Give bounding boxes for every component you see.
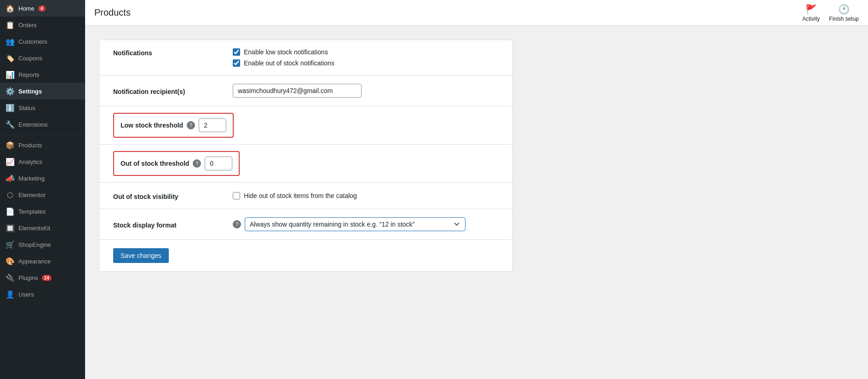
sidebar-item-users[interactable]: 👤 Users bbox=[0, 286, 85, 303]
extensions-icon: 🔧 bbox=[6, 120, 15, 129]
save-changes-button[interactable]: Save changes bbox=[113, 248, 169, 263]
marketing-icon: 📣 bbox=[6, 174, 15, 183]
low-stock-notification-row[interactable]: Enable low stock notifications bbox=[233, 48, 499, 56]
sidebar-item-extensions[interactable]: 🔧 Extensions bbox=[0, 116, 85, 133]
low-stock-notification-label: Enable low stock notifications bbox=[244, 48, 328, 56]
hide-out-of-stock-checkbox[interactable] bbox=[233, 192, 240, 199]
elementor-icon: ⬡ bbox=[6, 190, 15, 199]
sidebar-settings-label: Settings bbox=[18, 88, 42, 95]
sidebar-plugins-label: Plugins bbox=[18, 274, 38, 281]
notifications-label: Notifications bbox=[113, 48, 233, 57]
low-stock-help-icon[interactable]: ? bbox=[187, 121, 195, 129]
sidebar-item-home[interactable]: 🏠 Home 4 bbox=[0, 0, 85, 17]
home-badge: 4 bbox=[38, 6, 46, 12]
page-title: Products bbox=[94, 7, 131, 18]
notification-recipients-control bbox=[233, 84, 362, 98]
sidebar-item-products[interactable]: 📦 Products bbox=[0, 137, 85, 153]
sidebar-item-orders[interactable]: 📋 Orders bbox=[0, 17, 85, 33]
out-of-stock-threshold-input[interactable] bbox=[205, 157, 232, 170]
topbar-actions: 🚩 Activity 🕐 Finish setup bbox=[802, 4, 859, 22]
sidebar-users-label: Users bbox=[18, 291, 34, 298]
stock-display-format-row: Stock display format ? Always show quant… bbox=[99, 209, 513, 240]
stock-display-format-select[interactable]: Always show quantity remaining in stock … bbox=[245, 217, 466, 231]
activity-icon: 🚩 bbox=[805, 4, 817, 15]
sidebar-item-reports[interactable]: 📊 Reports bbox=[0, 66, 85, 83]
users-icon: 👤 bbox=[6, 290, 15, 299]
sidebar-extensions-label: Extensions bbox=[18, 121, 48, 128]
sidebar-item-customers[interactable]: 👥 Customers bbox=[0, 33, 85, 50]
coupons-icon: 🏷️ bbox=[6, 53, 15, 63]
finish-setup-icon: 🕐 bbox=[838, 4, 850, 15]
stock-display-help-icon[interactable]: ? bbox=[233, 220, 241, 228]
sidebar-analytics-label: Analytics bbox=[18, 158, 42, 165]
plugins-badge: 14 bbox=[42, 275, 52, 281]
sidebar-elementskit-label: ElementsKit bbox=[18, 225, 50, 232]
products-icon: 📦 bbox=[6, 140, 15, 150]
low-stock-threshold-row: Low stock threshold ? bbox=[99, 106, 513, 145]
notification-recipients-input[interactable] bbox=[233, 84, 362, 98]
sidebar-shopengine-label: ShopEngine bbox=[18, 241, 51, 248]
sidebar-item-coupons[interactable]: 🏷️ Coupons bbox=[0, 50, 85, 66]
sidebar-divider bbox=[0, 134, 85, 135]
shopengine-icon: 🛒 bbox=[6, 240, 15, 249]
sidebar-item-analytics[interactable]: 📈 Analytics bbox=[0, 153, 85, 170]
sidebar-templates-label: Templates bbox=[18, 208, 46, 215]
sidebar-item-plugins[interactable]: 🔌 Plugins 14 bbox=[0, 269, 85, 286]
save-changes-row: Save changes bbox=[99, 240, 513, 272]
activity-label: Activity bbox=[802, 16, 820, 22]
finish-setup-button[interactable]: 🕐 Finish setup bbox=[829, 4, 859, 22]
status-icon: ℹ️ bbox=[6, 103, 15, 112]
sidebar-coupons-label: Coupons bbox=[18, 55, 42, 62]
out-of-stock-help-icon[interactable]: ? bbox=[193, 159, 201, 168]
notification-recipients-row: Notification recipient(s) bbox=[99, 76, 513, 106]
sidebar-status-label: Status bbox=[18, 105, 35, 111]
sidebar-item-shopengine[interactable]: 🛒 ShopEngine bbox=[0, 236, 85, 253]
notifications-row: Notifications Enable low stock notificat… bbox=[99, 40, 513, 76]
topbar: Products 🚩 Activity 🕐 Finish setup bbox=[85, 0, 868, 26]
sidebar-customers-label: Customers bbox=[18, 38, 47, 45]
out-of-stock-notification-row[interactable]: Enable out of stock notifications bbox=[233, 59, 499, 67]
stock-display-format-control: ? Always show quantity remaining in stoc… bbox=[233, 217, 466, 231]
stock-display-format-label: Stock display format bbox=[113, 220, 233, 229]
low-stock-threshold-label: Low stock threshold bbox=[121, 122, 183, 129]
sidebar-marketing-label: Marketing bbox=[18, 175, 45, 182]
templates-icon: 📄 bbox=[6, 207, 15, 216]
sidebar-item-settings[interactable]: ⚙️ Settings bbox=[0, 83, 85, 99]
sidebar-orders-label: Orders bbox=[18, 22, 37, 29]
out-of-stock-notification-checkbox[interactable] bbox=[233, 59, 240, 67]
sidebar-products-label: Products bbox=[18, 142, 42, 149]
sidebar-elementor-label: Elementor bbox=[18, 192, 46, 198]
sidebar-item-appearance[interactable]: 🎨 Appearance bbox=[0, 253, 85, 269]
plugins-icon: 🔌 bbox=[6, 273, 15, 282]
out-of-stock-threshold-highlighted: Out of stock threshold ? bbox=[113, 151, 240, 176]
sidebar: 🏠 Home 4 📋 Orders 👥 Customers 🏷️ Coupons… bbox=[0, 0, 85, 379]
activity-button[interactable]: 🚩 Activity bbox=[802, 4, 820, 22]
reports-icon: 📊 bbox=[6, 70, 15, 79]
settings-content: Notifications Enable low stock notificat… bbox=[85, 26, 868, 379]
finish-setup-label: Finish setup bbox=[829, 16, 859, 22]
sidebar-appearance-label: Appearance bbox=[18, 258, 51, 265]
sidebar-item-marketing[interactable]: 📣 Marketing bbox=[0, 170, 85, 187]
notifications-control: Enable low stock notifications Enable ou… bbox=[233, 48, 499, 67]
out-of-stock-visibility-label: Out of stock visibility bbox=[113, 191, 233, 200]
analytics-icon: 📈 bbox=[6, 157, 15, 166]
customers-icon: 👥 bbox=[6, 37, 15, 46]
sidebar-item-status[interactable]: ℹ️ Status bbox=[0, 99, 85, 116]
sidebar-reports-label: Reports bbox=[18, 71, 40, 78]
low-stock-threshold-input[interactable] bbox=[199, 118, 226, 132]
hide-out-of-stock-label: Hide out of stock items from the catalog bbox=[244, 192, 357, 199]
sidebar-item-elementskit[interactable]: 🔲 ElementsKit bbox=[0, 220, 85, 236]
sidebar-item-elementor[interactable]: ⬡ Elementor bbox=[0, 187, 85, 203]
out-of-stock-notification-label: Enable out of stock notifications bbox=[244, 59, 334, 67]
low-stock-notification-checkbox[interactable] bbox=[233, 48, 240, 56]
home-icon: 🏠 bbox=[6, 4, 15, 13]
hide-out-of-stock-row[interactable]: Hide out of stock items from the catalog bbox=[233, 192, 357, 199]
out-of-stock-threshold-label: Out of stock threshold bbox=[121, 160, 189, 167]
notification-recipients-label: Notification recipient(s) bbox=[113, 86, 233, 95]
settings-icon: ⚙️ bbox=[6, 87, 15, 96]
orders-icon: 📋 bbox=[6, 20, 15, 29]
low-stock-threshold-highlighted: Low stock threshold ? bbox=[113, 113, 234, 138]
sidebar-item-templates[interactable]: 📄 Templates bbox=[0, 203, 85, 220]
out-of-stock-threshold-row: Out of stock threshold ? bbox=[99, 145, 513, 183]
out-of-stock-visibility-row: Out of stock visibility Hide out of stoc… bbox=[99, 183, 513, 209]
